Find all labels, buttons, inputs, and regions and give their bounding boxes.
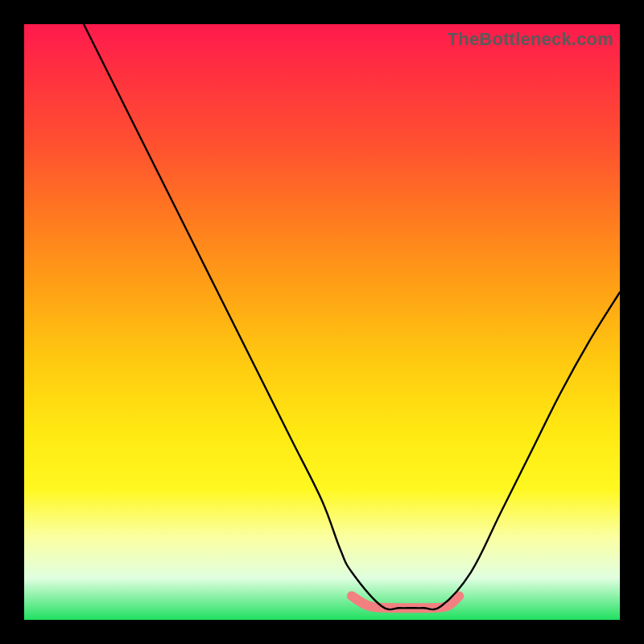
curve-layer (24, 24, 620, 620)
pink-band-path (352, 596, 459, 608)
chart-frame: TheBottleneck.com (0, 0, 644, 644)
black-curve-path (84, 24, 620, 609)
plot-area: TheBottleneck.com (24, 24, 620, 620)
